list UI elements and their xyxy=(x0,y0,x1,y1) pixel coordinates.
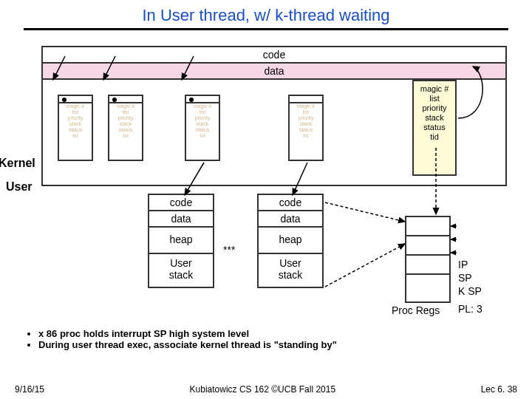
footer-page: Lec 6. 38 xyxy=(481,384,517,395)
proc-regs xyxy=(405,216,451,303)
footer: 9/16/15 Kubiatowicz CS 162 ©UCB Fall 201… xyxy=(0,384,532,395)
kernel-code-label: code xyxy=(43,47,505,64)
tcb-field-3: stack xyxy=(425,113,444,122)
footer-course: Kubiatowicz CS 162 ©UCB Fall 2015 xyxy=(190,384,336,395)
proc-a-heap: heap xyxy=(149,228,213,254)
reg-pl: PL: 3 xyxy=(458,303,482,315)
reg-ip: IP xyxy=(458,259,468,270)
tcb-field-2: priority xyxy=(422,103,446,112)
proc-b-heap: heap xyxy=(259,228,322,254)
tcb-field-5: tid xyxy=(430,132,439,141)
kernel-label: Kernel xyxy=(0,157,35,170)
tcb-field-1: list xyxy=(429,94,439,103)
bullet-list: x 86 proc holds interrupt SP high system… xyxy=(30,328,337,350)
proc-b: code data heap User stack xyxy=(257,194,324,288)
user-label: User xyxy=(6,180,33,194)
reg-sp: SP xyxy=(458,272,472,284)
proc-a: code data heap User stack xyxy=(148,194,214,288)
asterisks: *** xyxy=(223,244,235,256)
proc-a-code: code xyxy=(149,195,213,211)
proc-a-data: data xyxy=(149,211,213,228)
tcb-big: magic # list priority stack status tid xyxy=(412,80,457,176)
reg-ksp: K SP xyxy=(458,285,482,297)
tcb-field-4: status xyxy=(423,123,445,132)
proc-b-stack: User stack xyxy=(259,254,322,287)
title-underline xyxy=(24,28,508,30)
proc-b-data: data xyxy=(259,211,322,228)
tcb-4: magic #listprioritystackstatustid xyxy=(288,95,324,161)
bullet-0: x 86 proc holds interrupt SP high system… xyxy=(38,328,337,339)
diagram-stage: code data magic #listprioritystackstatus… xyxy=(0,38,532,399)
bullet-1: During user thread exec, associate kerne… xyxy=(38,339,337,350)
footer-date: 9/16/15 xyxy=(15,384,44,395)
proc-a-stack: User stack xyxy=(149,254,213,287)
kernel-data-label: data xyxy=(43,64,505,80)
proc-b-code: code xyxy=(259,195,322,211)
slide-title: In User thread, w/ k-thread waiting xyxy=(0,0,532,25)
tcb-field-0: magic # xyxy=(420,84,449,93)
proc-regs-label: Proc Regs xyxy=(392,304,440,316)
tcb-1: magic #listprioritystackstatustid xyxy=(58,95,93,161)
tcb-2: magic #listprioritystackstatustid xyxy=(108,95,143,161)
tcb-3: magic #listprioritystackstatustid xyxy=(185,95,220,161)
